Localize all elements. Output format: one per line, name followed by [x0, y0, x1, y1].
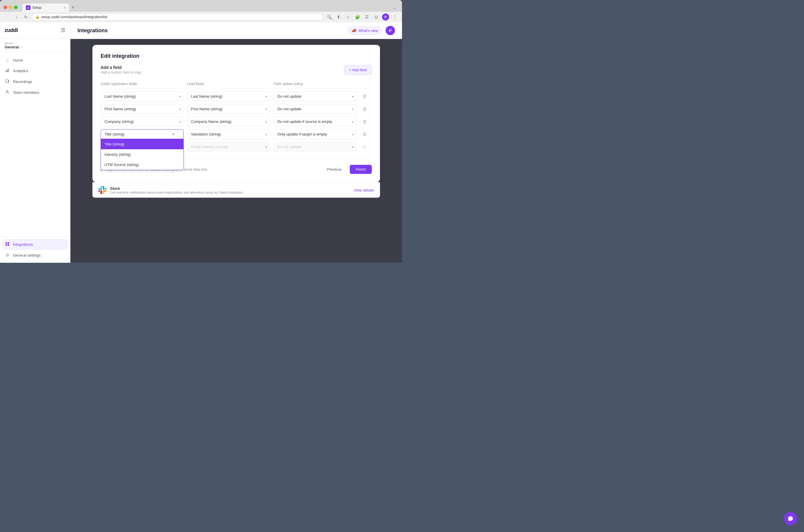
lead-field-select-wrapper-2: First Name (string) ▾	[187, 104, 270, 114]
footer-actions: Previous Finish	[322, 165, 372, 174]
dropdown-item-title[interactable]: Title (string)	[101, 139, 183, 149]
sidebar-item-general-settings[interactable]: ⚙ General settings	[0, 250, 70, 261]
field-row: First Name (string) ▾ First Name (string…	[101, 104, 372, 114]
delete-row-3-button[interactable]: 🗑	[360, 117, 370, 127]
policy-select-3[interactable]: Do not update if source is empty	[274, 117, 356, 127]
add-field-info: Add a field Add a custom field to map	[101, 65, 142, 75]
profile-btn[interactable]: P	[382, 14, 389, 21]
whats-new-button[interactable]: 📣 What's new	[348, 26, 382, 35]
policy-select-1[interactable]: Do not update	[274, 92, 356, 101]
zuddl-field-select-4[interactable]: Title (string) ▾	[101, 129, 184, 139]
new-tab-button[interactable]: +	[69, 3, 77, 12]
delete-row-4-button[interactable]: 🗑	[360, 130, 370, 139]
address-bar[interactable]: 🔒 setup.zuddl.com/dashboard/integration/…	[32, 14, 323, 21]
forward-button[interactable]: ›	[13, 14, 20, 21]
sidebar-item-team-members[interactable]: Team members	[0, 87, 70, 98]
page-title: Integrations	[77, 27, 108, 34]
org-label: Acme	[5, 41, 66, 45]
whats-new-label: What's new	[358, 28, 378, 33]
add-field-button[interactable]: + Add field	[344, 65, 372, 75]
traffic-lights	[3, 5, 18, 9]
refresh-button[interactable]: ↻	[22, 14, 29, 21]
policy-header: Field update policy	[274, 82, 356, 86]
zuddl-field-select-1[interactable]: Last Name (string)	[101, 92, 184, 101]
svg-rect-0	[5, 70, 6, 72]
sidebar-item-team-members-label: Team members	[13, 90, 66, 95]
close-traffic-light[interactable]	[3, 5, 7, 9]
lead-field-select-wrapper-1: Last Name (string) ▾	[187, 92, 270, 101]
add-field-title: Add a field	[101, 65, 142, 70]
tab-favicon: Z	[26, 5, 31, 10]
policy-select-4[interactable]: Only update if target is empty	[274, 129, 356, 139]
field-table-header: Zuddl registration fields Lead fields Fi…	[101, 82, 372, 89]
finish-button[interactable]: Finish	[350, 165, 372, 174]
lead-field-select-1[interactable]: Last Name (string)	[187, 92, 270, 101]
bookmark-btn[interactable]: ☆	[344, 14, 352, 21]
actions-header	[360, 82, 372, 86]
tab-close-button[interactable]: ×	[64, 6, 66, 10]
slack-logo-icon	[98, 186, 107, 194]
slack-desc: Get real-time notifications about event …	[110, 191, 244, 194]
zuddl-field-select-2[interactable]: First Name (string)	[101, 104, 184, 114]
back-button[interactable]: ‹	[3, 14, 11, 21]
lead-field-select-wrapper-3: Company Name (string) ▾	[187, 117, 270, 127]
logo: zuddl	[5, 27, 18, 34]
slack-bar: Slack Get real-time notifications about …	[92, 182, 380, 198]
megaphone-icon: 📣	[352, 28, 356, 33]
org-chevron-icon: ⌄	[20, 45, 22, 49]
home-icon: ⌂	[5, 58, 10, 62]
search-browser-btn[interactable]: 🔍	[326, 14, 333, 21]
sidebar-org[interactable]: Acme General ⌄	[0, 38, 70, 53]
lock-icon: 🔒	[36, 15, 40, 19]
delete-row-2-button[interactable]: 🗑	[360, 104, 370, 114]
extensions-btn[interactable]: 🧩	[354, 14, 361, 21]
delete-row-5-button[interactable]: 🗑	[360, 142, 370, 152]
dropdown-item-industry[interactable]: industry (string)	[101, 149, 183, 159]
sidebar-item-integrations[interactable]: Integrations	[2, 239, 68, 250]
user-avatar[interactable]: P	[386, 26, 395, 35]
sidebar-item-analytics[interactable]: Analytics ⌄	[0, 65, 70, 76]
dropdown-scroll-area[interactable]: industry (string) UTM Source (string)	[101, 149, 183, 170]
sidebar: zuddl ☰ Acme General ⌄ ⌂ Home	[0, 22, 71, 263]
analytics-icon	[5, 68, 10, 73]
share-btn[interactable]: ⬆	[335, 14, 342, 21]
sidebar-bottom: Integrations ⚙ General settings	[0, 236, 70, 263]
header-actions: 📣 What's new P	[348, 26, 395, 35]
previous-button[interactable]: Previous	[322, 165, 347, 174]
policy-select-2[interactable]: Do not update	[274, 104, 356, 114]
split-view-btn[interactable]: ⊡	[373, 14, 380, 21]
modal-title: Edit integration	[101, 53, 372, 59]
policy-select-5[interactable]: Do not update	[274, 142, 356, 152]
policy-select-wrapper-5: Do not update ▾	[274, 142, 356, 152]
zuddl-field-select-3[interactable]: Company (string)	[101, 117, 184, 127]
hamburger-button[interactable]: ☰	[61, 27, 66, 34]
integrations-icon	[5, 242, 10, 247]
more-btn[interactable]: ⋮	[391, 14, 398, 21]
select-chevron-icon: ▾	[172, 133, 174, 136]
lead-field-select-5[interactable]: Email Address (email)	[187, 142, 270, 152]
minimize-traffic-light[interactable]	[9, 5, 12, 9]
sidebar-item-analytics-label: Analytics	[13, 69, 60, 73]
view-details-link[interactable]: View details	[354, 188, 374, 192]
svg-rect-1	[7, 70, 7, 72]
org-current: General ⌄	[5, 45, 66, 49]
delete-row-1-button[interactable]: 🗑	[360, 92, 370, 101]
active-tab[interactable]: Z Setup ×	[22, 3, 69, 12]
zuddl-field-select-wrapper-2: First Name (string) ▾	[101, 104, 184, 114]
zuddl-field-select-wrapper-1: Last Name (string) ▾	[101, 92, 184, 101]
maximize-traffic-light[interactable]	[14, 5, 18, 9]
sidebar-item-recordings[interactable]: Recordings	[0, 76, 70, 87]
sidebar-item-home[interactable]: ⌂ Home	[0, 55, 70, 65]
browser-actions: 🔍 ⬆ ☆ 🧩 ☰ ⊡ P ⋮	[326, 14, 398, 21]
policy-select-wrapper-4: Only update if target is empty ▾	[274, 129, 356, 139]
add-field-desc: Add a custom field to map	[101, 70, 142, 75]
dropdown-item-utm-source[interactable]: UTM Source (string)	[101, 159, 183, 170]
lead-field-select-3[interactable]: Company Name (string)	[187, 117, 270, 127]
lead-field-select-2[interactable]: First Name (string)	[187, 104, 270, 114]
zuddl-field-dropdown: Title (string) industry (string) UTM Sou…	[101, 139, 184, 170]
lead-field-select-4[interactable]: Salutation (string)	[187, 129, 270, 139]
reading-list-btn[interactable]: ☰	[363, 14, 370, 21]
add-field-section: Add a field Add a custom field to map + …	[101, 65, 372, 75]
svg-rect-2	[8, 69, 9, 72]
svg-rect-3	[5, 80, 8, 83]
